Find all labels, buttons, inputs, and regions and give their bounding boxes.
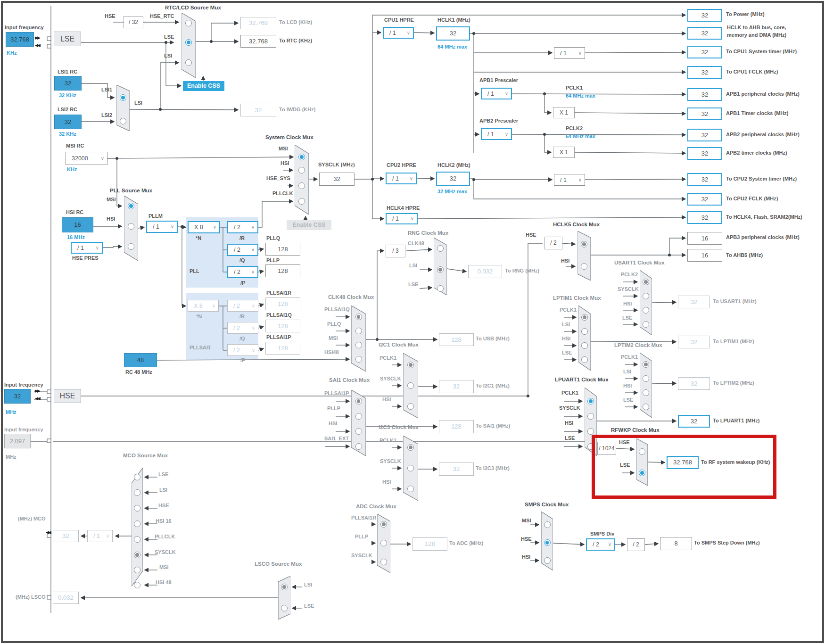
i2c1-clock-mux-radio-2[interactable] — [407, 403, 414, 410]
lptim2-clock-mux-radio-2[interactable] — [643, 389, 649, 396]
hclk2-value[interactable]: 32 — [436, 172, 470, 186]
lse-freq-value[interactable]: 32.768 — [6, 32, 34, 47]
apb2-presc-select[interactable]: / 1∨ — [481, 128, 512, 140]
to-hclk4-value[interactable]: 32 — [687, 211, 722, 224]
to-ahb5-value[interactable]: 16 — [687, 249, 722, 262]
hclk4-hpre-select[interactable]: / 1∨ — [386, 213, 418, 224]
lpuart1-clock-mux-radio-1[interactable] — [587, 413, 594, 420]
to-power-value[interactable]: 32 — [687, 9, 722, 22]
lsi-source-mux-radio-0[interactable] — [120, 94, 126, 101]
mco-source-mux-radio-6[interactable] — [134, 567, 140, 573]
pll-source-mux-radio-1[interactable] — [128, 223, 134, 230]
hclk5-clock-mux-radio-0[interactable] — [581, 241, 587, 248]
lptim2-clock-mux-radio-1[interactable] — [643, 375, 649, 382]
i2c3-clock-mux-radio-0[interactable] — [407, 444, 414, 451]
hclk5-clock-mux-radio-1[interactable] — [581, 263, 587, 270]
lptim1-clock-mux-radio-2[interactable] — [581, 342, 588, 349]
lptim1-clock-mux-radio-3[interactable] — [581, 356, 588, 363]
hclk1-value[interactable]: 32 — [436, 26, 470, 41]
usart1-clock-mux-radio-3[interactable] — [643, 321, 649, 328]
lpuart1-clock-mux-radio-2[interactable] — [587, 428, 594, 435]
enable-css-rtc-button[interactable]: Enable CSS — [183, 81, 224, 91]
hse-pres-select[interactable]: / 1∨ — [71, 242, 103, 254]
pllp-value[interactable]: 128 — [265, 264, 300, 277]
system-clock-mux-radio-3[interactable] — [298, 198, 305, 205]
to-smps-value[interactable]: 8 — [660, 537, 692, 550]
lse-osc[interactable]: LSE — [54, 32, 81, 46]
lsi1-rc-value[interactable]: 32 — [54, 76, 82, 91]
hse-freq-value[interactable]: 32 — [4, 389, 31, 404]
system-clock-mux-radio-1[interactable] — [298, 167, 305, 173]
cpu2-hpre-select[interactable]: / 1∨ — [386, 173, 417, 184]
pll-source-mux-radio-0[interactable] — [128, 203, 134, 209]
sysclk-value[interactable]: 32 — [319, 173, 355, 186]
i2c1-clock-mux-radio-0[interactable] — [407, 362, 414, 368]
pllr-select[interactable]: / 2∨ — [227, 221, 258, 233]
apb3-value[interactable]: 16 — [687, 232, 722, 245]
system-clock-mux-radio-2[interactable] — [298, 182, 305, 189]
clk48-clock-mux-radio-2[interactable] — [355, 342, 362, 348]
pll-source-mux-radio-2[interactable] — [128, 243, 134, 250]
usart1-clock-mux-radio-0[interactable] — [643, 279, 649, 285]
cpu1-timer-select[interactable]: / 1∨ — [554, 47, 585, 59]
lptim2-clock-mux-radio-3[interactable] — [643, 404, 649, 410]
rng-clock-mux-radio-2[interactable] — [437, 285, 444, 292]
lsi-source-mux-radio-1[interactable] — [120, 118, 126, 124]
smps-div-select[interactable]: / 2∨ — [586, 538, 615, 551]
hsi-rc-value[interactable]: 16 — [62, 217, 93, 232]
adc-clock-mux-radio-1[interactable] — [380, 540, 387, 546]
mco-source-mux-radio-4[interactable] — [134, 536, 140, 543]
sai1-clock-mux-radio-2[interactable] — [355, 428, 362, 435]
i2c3-clock-mux-radio-2[interactable] — [407, 486, 414, 492]
lptim1-clock-mux-radio-0[interactable] — [581, 314, 588, 321]
mco-source-mux-radio-5[interactable] — [134, 552, 140, 558]
smps-clock-mux-radio-0[interactable] — [544, 521, 551, 528]
lptim1-clock-mux-radio-1[interactable] — [581, 328, 588, 335]
to-rfwkp-value[interactable]: 32.768 — [667, 456, 699, 469]
pllm-select[interactable]: / 1∨ — [146, 221, 178, 233]
rtc-lcd-source-mux-radio-1[interactable] — [185, 39, 192, 46]
mco-source-mux-radio-3[interactable] — [134, 520, 140, 527]
smps-clock-mux-radio-2[interactable] — [544, 557, 551, 564]
sai1-clock-mux-radio-3[interactable] — [355, 443, 362, 450]
rfwkp-clock-mux-radio-1[interactable] — [639, 470, 645, 476]
rfwkp-clock-mux-radio-0[interactable] — [639, 448, 645, 455]
lsco-source-mux-radio-0[interactable] — [281, 584, 288, 590]
usart1-clock-mux-radio-2[interactable] — [643, 307, 649, 314]
smps-clock-mux-radio-1[interactable] — [544, 539, 551, 546]
to-rtc-value[interactable]: 32.768 — [240, 35, 276, 48]
cpu1-hpre-select[interactable]: / 1∨ — [383, 27, 414, 39]
to-cpu2-timer-value[interactable]: 32 — [687, 173, 722, 186]
mco-source-mux-radio-1[interactable] — [134, 489, 140, 496]
to-cpu2-fclk-value[interactable]: 32 — [687, 193, 722, 206]
sai1-clock-mux-radio-0[interactable] — [355, 398, 362, 405]
rng-clock-mux-radio-1[interactable] — [437, 266, 444, 273]
apb1-timer-value[interactable]: 32 — [687, 107, 722, 120]
rtc-lcd-source-mux-radio-2[interactable] — [185, 59, 192, 66]
apb2-timer-value[interactable]: 32 — [687, 147, 722, 160]
hclk-ahb-value[interactable]: 32 — [687, 27, 722, 40]
cpu2-timer-select[interactable]: / 1∨ — [554, 174, 585, 186]
lpuart1-clock-mux-radio-0[interactable] — [587, 398, 594, 405]
lsi2-rc-value[interactable]: 32 — [54, 115, 82, 129]
pllp-select[interactable]: / 2∨ — [227, 266, 258, 278]
apb1-periph-value[interactable]: 32 — [687, 88, 722, 101]
lptim2-clock-mux-radio-0[interactable] — [643, 361, 649, 368]
rc48-value[interactable]: 48 — [124, 353, 157, 367]
i2c3-clock-mux-radio-1[interactable] — [407, 465, 414, 471]
mco-source-mux-radio-0[interactable] — [134, 474, 140, 480]
clk48-clock-mux-radio-3[interactable] — [355, 356, 362, 363]
clk48-clock-mux-radio-1[interactable] — [355, 328, 362, 334]
lsco-source-mux-radio-1[interactable] — [281, 605, 288, 611]
i2c1-clock-mux-radio-1[interactable] — [407, 382, 414, 389]
adc-clock-mux-radio-2[interactable] — [380, 559, 387, 565]
usart1-clock-mux-radio-1[interactable] — [643, 293, 649, 299]
plln-select[interactable]: X 8∨ — [188, 221, 220, 233]
to-cpu1-fclk-value[interactable]: 32 — [687, 66, 722, 79]
to-lpuart1-value[interactable]: 32 — [678, 415, 710, 428]
hse-osc[interactable]: HSE — [54, 389, 81, 403]
mco-source-mux-radio-7[interactable] — [134, 582, 140, 588]
pllq-value[interactable]: 128 — [265, 243, 300, 256]
rtc-lcd-source-mux-radio-0[interactable] — [185, 20, 192, 26]
system-clock-mux-radio-0[interactable] — [298, 154, 305, 160]
